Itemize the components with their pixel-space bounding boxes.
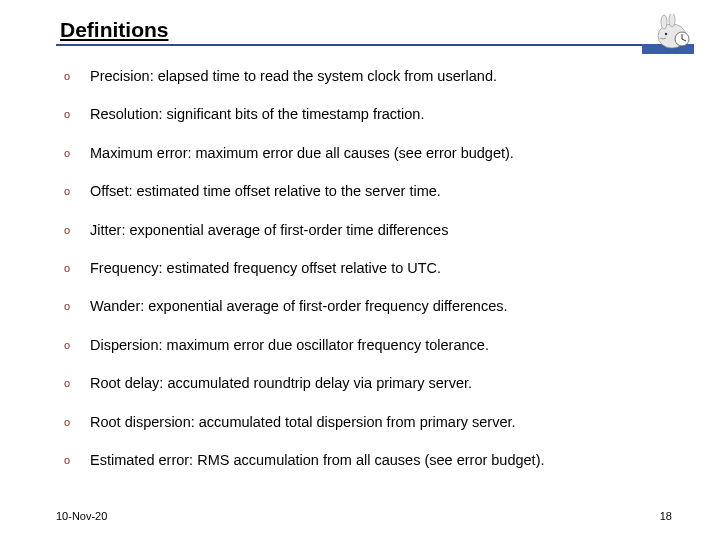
bullet-icon: o xyxy=(64,68,90,83)
bullet-text: Root dispersion: accumulated total dispe… xyxy=(90,414,516,431)
bullet-text: Dispersion: maximum error due oscillator… xyxy=(90,337,489,354)
bullet-text: Wander: exponential average of first-ord… xyxy=(90,298,508,315)
bullet-icon: o xyxy=(64,452,90,467)
bullet-icon: o xyxy=(64,375,90,390)
list-item: o Dispersion: maximum error due oscillat… xyxy=(64,337,672,354)
list-item: o Maximum error: maximum error due all c… xyxy=(64,145,672,162)
list-item: o Root delay: accumulated roundtrip dela… xyxy=(64,375,672,392)
list-item: o Root dispersion: accumulated total dis… xyxy=(64,414,672,431)
bullet-icon: o xyxy=(64,260,90,275)
footer-date: 10-Nov-20 xyxy=(56,510,107,522)
list-item: o Offset: estimated time offset relative… xyxy=(64,183,672,200)
bullet-icon: o xyxy=(64,414,90,429)
bullet-text: Root delay: accumulated roundtrip delay … xyxy=(90,375,472,392)
list-item: o Resolution: significant bits of the ti… xyxy=(64,106,672,123)
bullet-text: Maximum error: maximum error due all cau… xyxy=(90,145,514,162)
title-bar: Definitions xyxy=(56,18,672,46)
bullet-text: Precision: elapsed time to read the syst… xyxy=(90,68,497,85)
bullet-icon: o xyxy=(64,106,90,121)
svg-point-7 xyxy=(665,33,667,35)
bullet-icon: o xyxy=(64,298,90,313)
footer-page-number: 18 xyxy=(660,510,672,522)
rabbit-clock-icon xyxy=(642,14,694,56)
bullet-icon: o xyxy=(64,145,90,160)
slide-title: Definitions xyxy=(56,18,672,42)
bullet-icon: o xyxy=(64,183,90,198)
svg-point-2 xyxy=(661,15,667,29)
bullet-icon: o xyxy=(64,222,90,237)
slide: Definitions o Precision: elapsed time to… xyxy=(0,0,720,540)
svg-point-3 xyxy=(669,14,675,27)
bullet-text: Offset: estimated time offset relative t… xyxy=(90,183,441,200)
bullet-text: Frequency: estimated frequency offset re… xyxy=(90,260,441,277)
bullet-icon: o xyxy=(64,337,90,352)
bullet-text: Jitter: exponential average of first-ord… xyxy=(90,222,448,239)
list-item: o Precision: elapsed time to read the sy… xyxy=(64,68,672,85)
list-item: o Estimated error: RMS accumulation from… xyxy=(64,452,672,469)
list-item: o Jitter: exponential average of first-o… xyxy=(64,222,672,239)
bullet-list: o Precision: elapsed time to read the sy… xyxy=(56,68,672,469)
bullet-text: Estimated error: RMS accumulation from a… xyxy=(90,452,545,469)
list-item: o Wander: exponential average of first-o… xyxy=(64,298,672,315)
bullet-text: Resolution: significant bits of the time… xyxy=(90,106,424,123)
list-item: o Frequency: estimated frequency offset … xyxy=(64,260,672,277)
